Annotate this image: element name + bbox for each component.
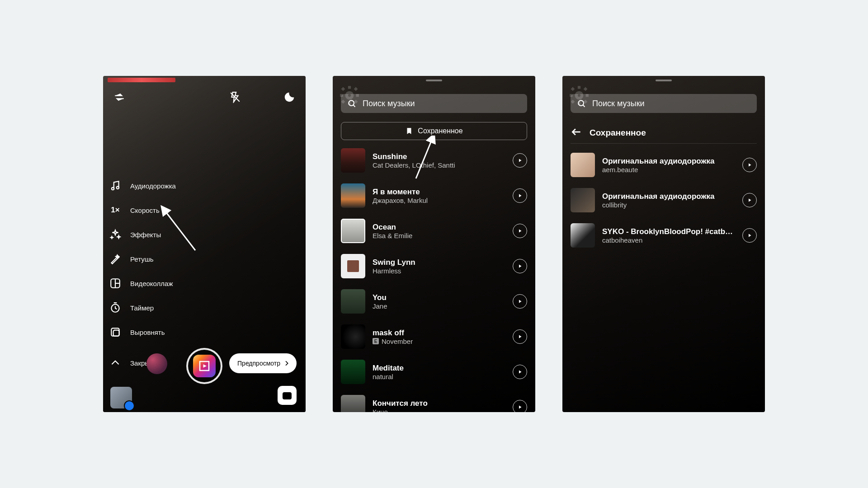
shutter-button[interactable] bbox=[186, 348, 222, 384]
play-button[interactable] bbox=[513, 259, 527, 273]
menu-item-touchup[interactable]: Ретушь bbox=[108, 251, 176, 267]
search-input[interactable]: Поиск музыки bbox=[571, 94, 757, 113]
track-row[interactable]: Swing LynnHarmless bbox=[341, 254, 527, 278]
play-button[interactable] bbox=[513, 224, 527, 238]
play-button[interactable] bbox=[513, 153, 527, 168]
play-button[interactable] bbox=[742, 158, 757, 172]
track-artist: catboiheaven bbox=[602, 236, 735, 244]
menu-label: Таймер bbox=[130, 304, 154, 312]
phone-screenshot-2: Поиск музыки Сохраненное SunshineCat Dea… bbox=[333, 76, 535, 412]
track-artist: natural bbox=[373, 373, 505, 380]
svg-rect-7 bbox=[111, 328, 119, 336]
bookmark-icon bbox=[405, 127, 413, 135]
track-title: SYKO - BrooklynBloodPop! #catboiheaven bbox=[602, 227, 735, 236]
play-button[interactable] bbox=[513, 294, 527, 309]
top-controls bbox=[103, 86, 306, 108]
track-title: You bbox=[373, 293, 505, 302]
svg-point-1 bbox=[112, 188, 114, 190]
track-row[interactable]: Оригинальная аудиодорожкаcollibrity bbox=[571, 188, 757, 212]
night-mode-icon[interactable] bbox=[280, 88, 298, 106]
track-title: Я в моменте bbox=[373, 188, 505, 197]
recording-progress-bar bbox=[108, 78, 175, 82]
track-cover bbox=[571, 223, 595, 248]
track-title: Оригинальная аудиодорожка bbox=[602, 157, 735, 166]
menu-item-collage[interactable]: Видеоколлаж bbox=[108, 275, 176, 291]
flash-off-icon[interactable] bbox=[226, 88, 244, 106]
track-row[interactable]: Кончится летоКино bbox=[341, 395, 527, 412]
menu-item-audio[interactable]: Аудиодорожка bbox=[108, 178, 176, 194]
search-icon bbox=[347, 99, 356, 108]
drag-handle[interactable] bbox=[656, 80, 672, 81]
svg-line-17 bbox=[583, 105, 585, 107]
saved-title: Сохраненное bbox=[590, 128, 646, 138]
menu-item-speed[interactable]: 1× Скорость bbox=[108, 202, 176, 218]
menu-label: Аудиодорожка bbox=[130, 182, 176, 190]
search-input[interactable]: Поиск музыки bbox=[341, 94, 527, 113]
preview-label: Предпросмотр bbox=[237, 360, 280, 367]
track-title: Sunshine bbox=[373, 152, 505, 161]
track-artist: Harmless bbox=[373, 267, 505, 275]
track-cover bbox=[341, 395, 365, 412]
flip-camera-button[interactable] bbox=[278, 386, 297, 405]
track-cover bbox=[341, 219, 365, 243]
track-title: Кончится лето bbox=[373, 399, 505, 408]
menu-item-timer[interactable]: Таймер bbox=[108, 300, 176, 316]
saved-button[interactable]: Сохраненное bbox=[341, 122, 527, 140]
collage-icon bbox=[108, 277, 122, 290]
tracks-list: SunshineCat Dealers, LOthief, SanttiЯ в … bbox=[341, 148, 527, 412]
svg-rect-8 bbox=[113, 330, 119, 336]
track-row[interactable]: OceanElsa & Emilie bbox=[341, 219, 527, 243]
search-icon bbox=[577, 99, 586, 108]
track-artist: Кино bbox=[373, 408, 505, 413]
saved-label: Сохраненное bbox=[418, 127, 462, 135]
preview-button[interactable]: Предпросмотр bbox=[229, 353, 297, 373]
search-placeholder: Поиск музыки bbox=[592, 99, 645, 108]
play-button[interactable] bbox=[742, 228, 757, 243]
play-button[interactable] bbox=[513, 329, 527, 344]
track-row[interactable]: Я в моментеДжарахов, Markul bbox=[341, 183, 527, 208]
track-title: mask off bbox=[373, 328, 505, 338]
menu-label: Ретушь bbox=[130, 255, 154, 263]
menu-item-align[interactable]: Выровнять bbox=[108, 324, 176, 340]
track-row[interactable]: Meditatenatural bbox=[341, 360, 527, 384]
svg-line-13 bbox=[353, 105, 355, 107]
track-cover bbox=[571, 188, 595, 212]
explicit-badge: E bbox=[373, 338, 379, 344]
drag-handle[interactable] bbox=[426, 80, 442, 81]
add-clip-thumbnail[interactable] bbox=[110, 387, 132, 408]
menu-label: Эффекты bbox=[130, 231, 161, 239]
svg-point-12 bbox=[349, 100, 354, 106]
back-button[interactable] bbox=[571, 126, 582, 140]
swap-icon[interactable] bbox=[110, 88, 128, 106]
track-title: Meditate bbox=[373, 364, 505, 373]
track-row[interactable]: SunshineCat Dealers, LOthief, Santti bbox=[341, 148, 527, 173]
svg-point-2 bbox=[117, 187, 119, 189]
track-cover bbox=[341, 324, 365, 349]
track-cover bbox=[341, 148, 365, 173]
track-artist: Cat Dealers, LOthief, Santti bbox=[373, 161, 505, 169]
track-cover bbox=[341, 183, 365, 208]
play-button[interactable] bbox=[513, 400, 527, 412]
track-row[interactable]: YouJane bbox=[341, 289, 527, 314]
wand-icon bbox=[108, 252, 122, 266]
phone-screenshot-1: Аудиодорожка 1× Скорость Эффекты Ретушь … bbox=[103, 76, 306, 412]
track-cover bbox=[571, 153, 595, 177]
track-cover bbox=[341, 360, 365, 384]
tracks-list: Оригинальная аудиодорожкаaem.beauteОриги… bbox=[571, 153, 757, 248]
track-text: Meditatenatural bbox=[373, 364, 505, 380]
track-cover bbox=[341, 289, 365, 314]
play-button[interactable] bbox=[513, 365, 527, 379]
track-text: SYKO - BrooklynBloodPop! #catboiheavenca… bbox=[602, 227, 735, 244]
menu-item-effects[interactable]: Эффекты bbox=[108, 226, 176, 243]
play-button[interactable] bbox=[742, 193, 757, 207]
phone-screenshot-3: Поиск музыки Сохраненное Оригинальная ау… bbox=[562, 76, 765, 412]
track-title: Swing Lynn bbox=[373, 258, 505, 267]
track-text: Оригинальная аудиодорожкаaem.beaute bbox=[602, 157, 735, 174]
track-row[interactable]: Оригинальная аудиодорожкаaem.beaute bbox=[571, 153, 757, 177]
track-row[interactable]: mask offENovember bbox=[341, 324, 527, 349]
saved-header: Сохраненное bbox=[571, 126, 757, 144]
play-button[interactable] bbox=[513, 188, 527, 203]
track-row[interactable]: SYKO - BrooklynBloodPop! #catboiheavenca… bbox=[571, 223, 757, 248]
timer-icon bbox=[108, 301, 122, 314]
track-artist: Elsa & Emilie bbox=[373, 232, 505, 239]
